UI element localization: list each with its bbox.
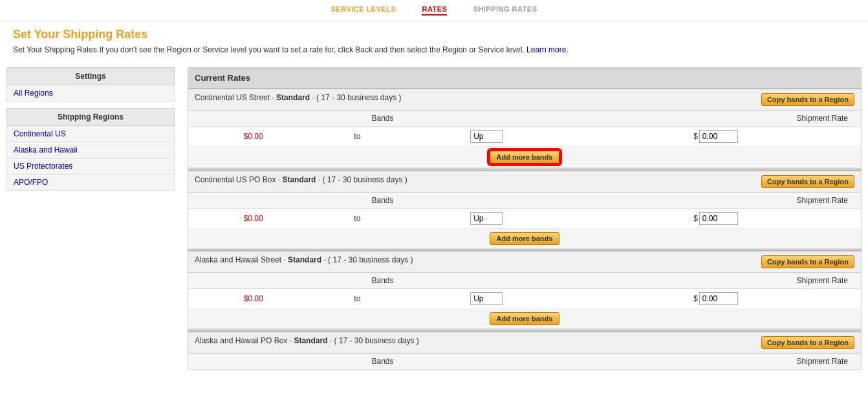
rates-table: Current Rates Continental US Street · St… xyxy=(188,67,862,370)
band-to-label-1: to xyxy=(318,208,396,228)
page-content: Settings All Regions Shipping Regions Co… xyxy=(0,61,868,376)
rate-dollar-1: $ xyxy=(693,214,698,223)
band-up-input-0[interactable] xyxy=(470,130,503,143)
bands-label-1: Bands xyxy=(188,192,578,208)
rate-input-wrap-2: $ xyxy=(693,292,738,305)
region-title-text-2: Alaska and Hawaii Street · Standard · ( … xyxy=(195,255,413,264)
sidebar-continental-us-row[interactable]: Continental US xyxy=(6,126,175,142)
page-title: Set Your Shipping Rates xyxy=(13,28,855,41)
band-to-label-2: to xyxy=(318,289,396,309)
region-title-row-2: Alaska and Hawaii Street · Standard · ( … xyxy=(188,251,862,273)
main-content: Current Rates Continental US Street · St… xyxy=(181,67,868,370)
bands-header-row-1: Bands Shipment Rate xyxy=(188,192,862,208)
copy-bands-button-2[interactable]: Copy bands to a Region xyxy=(761,255,854,268)
top-navigation: SERVICE LEVELS RATES SHIPPING RATES xyxy=(0,0,868,21)
band-up-cell-1 xyxy=(396,208,577,228)
sidebar-alaska-hawaii-row[interactable]: Alaska and Hawaii xyxy=(6,142,175,158)
rate-input-1[interactable] xyxy=(699,212,738,225)
page-header: Set Your Shipping Rates Set Your Shippin… xyxy=(0,21,868,61)
shipment-rate-cell-0: $ xyxy=(577,127,861,147)
add-more-row-2: Add more bands xyxy=(188,309,862,329)
bands-header-row-2: Bands Shipment Rate xyxy=(188,273,862,289)
shipment-rate-cell-2: $ xyxy=(577,289,861,309)
page-description: Set Your Shipping Rates If you don't see… xyxy=(13,45,855,54)
all-regions-link[interactable]: All Regions xyxy=(14,89,53,98)
nav-shipping-rates[interactable]: SHIPPING RATES xyxy=(473,5,537,16)
sidebar-settings-section: Settings All Regions xyxy=(6,67,175,101)
bands-label-3: Bands xyxy=(188,353,578,369)
region-title-cell-3: Alaska and Hawaii PO Box · Standard · ( … xyxy=(188,332,862,354)
add-more-row-1: Add more bands xyxy=(188,228,862,248)
rates-header-row: Current Rates xyxy=(188,68,862,89)
continental-us-link[interactable]: Continental US xyxy=(14,129,66,138)
bands-header-row-0: Bands Shipment Rate xyxy=(188,111,862,127)
band-data-row-1: $0.00 to $ xyxy=(188,208,862,228)
band-up-cell-0 xyxy=(396,127,577,147)
band-from-0: $0.00 xyxy=(188,127,319,147)
add-more-bands-button-0[interactable]: Add more bands xyxy=(489,150,561,164)
sidebar-apo-fpo-row[interactable]: APO/FPO xyxy=(6,175,175,191)
region-title-cell-1: Continental US PO Box · Standard · ( 17 … xyxy=(188,171,862,193)
band-from-2: $0.00 xyxy=(188,289,319,309)
band-to-label-0: to xyxy=(318,127,396,147)
us-protectorates-link[interactable]: US Protectorates xyxy=(14,162,72,171)
shipment-rate-cell-1: $ xyxy=(577,208,861,228)
sidebar-shipping-regions-section: Shipping Regions Continental US Alaska a… xyxy=(6,108,175,191)
region-title-row-3: Alaska and Hawaii PO Box · Standard · ( … xyxy=(188,332,862,354)
alaska-hawaii-link[interactable]: Alaska and Hawaii xyxy=(14,145,78,154)
band-data-row-0: $0.00 to $ xyxy=(188,127,862,147)
copy-bands-button-1[interactable]: Copy bands to a Region xyxy=(761,175,854,188)
bands-label-2: Bands xyxy=(188,273,578,289)
copy-bands-button-0[interactable]: Copy bands to a Region xyxy=(761,93,854,106)
shipment-rate-label-0: Shipment Rate xyxy=(577,111,861,127)
band-from-1: $0.00 xyxy=(188,208,319,228)
region-title-row-0: Continental US Street · Standard · ( 17 … xyxy=(188,89,862,111)
bands-label-0: Bands xyxy=(188,111,578,127)
region-title-text-1: Continental US PO Box · Standard · ( 17 … xyxy=(195,175,407,184)
nav-service-levels[interactable]: SERVICE LEVELS xyxy=(331,5,396,16)
sidebar-settings-header: Settings xyxy=(6,67,175,85)
shipment-rate-label-1: Shipment Rate xyxy=(577,192,861,208)
band-up-cell-2 xyxy=(396,289,577,309)
region-title-row-1: Continental US PO Box · Standard · ( 17 … xyxy=(188,171,862,193)
rate-input-wrap-0: $ xyxy=(693,130,738,143)
rate-input-wrap-1: $ xyxy=(693,212,738,225)
rate-dollar-2: $ xyxy=(693,294,698,303)
band-data-row-2: $0.00 to $ xyxy=(188,289,862,309)
add-more-cell-0: Add more bands xyxy=(188,147,862,168)
rate-dollar-0: $ xyxy=(693,132,698,141)
region-title-text-3: Alaska and Hawaii PO Box · Standard · ( … xyxy=(195,336,419,345)
current-rates-header: Current Rates xyxy=(188,68,862,89)
bands-header-row-3: Bands Shipment Rate xyxy=(188,353,862,369)
band-up-input-1[interactable] xyxy=(470,212,503,225)
sidebar-us-protectorates-row[interactable]: US Protectorates xyxy=(6,158,175,175)
learn-more-link[interactable]: Learn more. xyxy=(526,45,569,54)
nav-rates[interactable]: RATES xyxy=(422,5,447,16)
sidebar-shipping-regions-header: Shipping Regions xyxy=(6,108,175,126)
add-more-bands-button-2[interactable]: Add more bands xyxy=(490,312,560,325)
region-title-cell-2: Alaska and Hawaii Street · Standard · ( … xyxy=(188,251,862,273)
apo-fpo-link[interactable]: APO/FPO xyxy=(14,178,48,187)
add-more-cell-1: Add more bands xyxy=(188,228,862,248)
shipment-rate-label-2: Shipment Rate xyxy=(577,273,861,289)
add-more-bands-button-1[interactable]: Add more bands xyxy=(490,232,560,245)
add-more-row-0: Add more bands xyxy=(188,147,862,168)
sidebar: Settings All Regions Shipping Regions Co… xyxy=(0,67,181,370)
copy-bands-button-3[interactable]: Copy bands to a Region xyxy=(761,336,854,349)
band-up-input-2[interactable] xyxy=(470,292,503,305)
region-title-text-0: Continental US Street · Standard · ( 17 … xyxy=(195,93,402,102)
add-more-cell-2: Add more bands xyxy=(188,309,862,329)
shipment-rate-label-3: Shipment Rate xyxy=(577,353,861,369)
rate-input-0[interactable] xyxy=(699,130,738,143)
region-title-cell-0: Continental US Street · Standard · ( 17 … xyxy=(188,89,862,111)
rate-input-2[interactable] xyxy=(699,292,738,305)
sidebar-all-regions-row[interactable]: All Regions xyxy=(6,85,175,101)
